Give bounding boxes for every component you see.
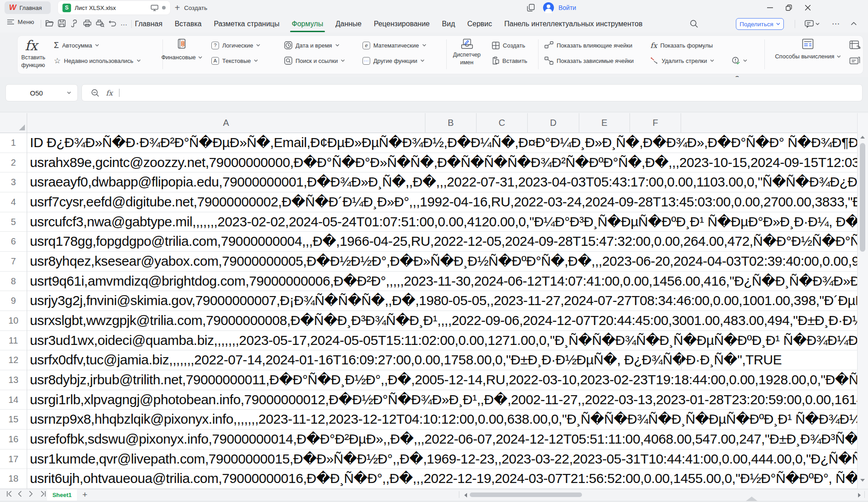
remove-arrows-button[interactable]: Удалить стрелки [650, 56, 714, 66]
tab-recenzirovanie[interactable]: Рецензирование [374, 15, 430, 33]
cell-row-16[interactable]: usrefofbk,sdswu@pixonyx.info,79000000014… [27, 430, 857, 449]
more-icon[interactable]: ⋯ [832, 19, 839, 29]
minimize-button[interactable] [762, 1, 777, 14]
lookup-functions-button[interactable]: Поиск и ссылки [284, 56, 345, 66]
logical-functions-button[interactable]: ? Логические [211, 40, 260, 50]
cell-row-8[interactable]: usrt9q61i,amvmdizq@brightdog.com,7900000… [27, 272, 857, 292]
column-header-d[interactable]: D [528, 113, 579, 133]
scroll-right-arrow-icon[interactable] [858, 493, 861, 497]
cell-row-17[interactable]: usr1kumde,qvr@livepath.com,79000000015,Ð… [27, 449, 857, 469]
cell-row-9[interactable]: usrjy3g2j,fnvini@skimia.gov,79000000007,… [27, 291, 857, 311]
text-functions-button[interactable]: A Текстовые [211, 56, 258, 66]
tab-vid[interactable]: Вид [442, 15, 455, 33]
row-header-14[interactable]: 14 [0, 390, 27, 410]
other-functions-button[interactable]: ⋯ Другие функции [362, 56, 424, 66]
column-header-a[interactable]: A [27, 113, 425, 133]
calculation-options-button[interactable]: Способы вычисления [770, 38, 846, 60]
document-tab[interactable]: S Лист XLSX.xlsx [58, 1, 170, 14]
cell-row-7[interactable]: usr8yhqez,ksesear@yabox.com,79000000005,… [27, 252, 857, 272]
trace-precedents-button[interactable]: Показать влияющие ячейки [544, 40, 632, 50]
name-manager-button[interactable]: Диспетчер имен [445, 38, 488, 67]
row-header-16[interactable]: 16 [0, 430, 27, 449]
tab-ai-panel[interactable]: Панель интеллектуальных инструментов [504, 15, 642, 33]
new-document-button[interactable]: + Создать [175, 2, 207, 14]
row-header-13[interactable]: 13 [0, 370, 27, 390]
cell-row-5[interactable]: usrcufcf3,nwa@gabtype.mil,,,,,,,2023-02-… [27, 212, 857, 232]
formula-panel-icon[interactable] [849, 57, 860, 66]
column-header-b[interactable]: B [425, 113, 477, 133]
column-header-c[interactable]: C [477, 113, 528, 133]
scroll-down-arrow-icon[interactable] [860, 479, 865, 482]
autosum-button[interactable]: Σ Автосумма [54, 40, 99, 50]
copy-pages-icon[interactable] [527, 4, 535, 12]
add-sheet-button[interactable]: + [82, 490, 87, 500]
row-header-7[interactable]: 7 [0, 252, 27, 272]
vertical-scroll-thumb[interactable] [860, 143, 865, 252]
select-all-corner[interactable] [0, 113, 27, 133]
row-header-6[interactable]: 6 [0, 232, 27, 252]
horizontal-scroll-thumb[interactable] [470, 492, 582, 497]
row-header-1[interactable]: 1 [0, 133, 27, 153]
export-pdf-icon[interactable] [71, 19, 81, 29]
show-formulas-button[interactable]: fx Показать формулы [650, 40, 713, 50]
tab-dannye[interactable]: Данные [335, 15, 362, 33]
formula-input[interactable]: fx [81, 84, 863, 101]
last-sheet-icon[interactable] [39, 491, 47, 499]
collapse-ribbon-icon[interactable] [851, 22, 857, 25]
print-preview-icon[interactable] [96, 19, 106, 29]
financial-functions-button[interactable]: Финансовые [153, 38, 210, 61]
row-header-17[interactable]: 17 [0, 449, 27, 469]
next-sheet-icon[interactable] [28, 491, 36, 499]
column-header-e[interactable]: E [579, 113, 630, 133]
prev-sheet-icon[interactable] [17, 491, 25, 499]
tab-vstavka[interactable]: Вставка [175, 15, 201, 33]
panel-expander-notch[interactable] [746, 497, 758, 501]
row-header-2[interactable]: 2 [0, 153, 27, 173]
row-header-8[interactable]: 8 [0, 272, 27, 292]
row-header-15[interactable]: 15 [0, 410, 27, 430]
cell-row-1[interactable]: ID Ð¿Ð¾Ð»Ñ�Ð·Ð¾Ð²Ð°Ñ�ÐµÐ»Ñ�,Email,Ð¢ÐµÐ»… [27, 133, 857, 153]
cell-row-6[interactable]: usrq178gg,fopgdgpo@trilia.com,7900000000… [27, 232, 857, 252]
restore-button[interactable] [781, 1, 796, 14]
row-header-9[interactable]: 9 [0, 291, 27, 311]
zoom-out-icon[interactable] [91, 89, 100, 97]
create-name-button[interactable]: Создать [492, 40, 525, 50]
cell-row-11[interactable]: usr3ud1wx,oideci@quamba.biz,,,,,,,2023-0… [27, 331, 857, 351]
save-icon[interactable] [58, 19, 68, 29]
row-header-18[interactable]: 18 [0, 469, 27, 489]
tab-formuly[interactable]: Формулы [292, 15, 324, 33]
datetime-functions-button[interactable]: Дата и время [284, 40, 339, 50]
cell-row-10[interactable]: usrxslgbt,wwzgpjk@trilia.com,79000000008… [27, 311, 857, 331]
math-functions-button[interactable]: e Математические [362, 40, 426, 50]
comment-icon[interactable] [805, 20, 814, 28]
scroll-up-arrow-icon[interactable] [860, 136, 865, 139]
row-header-11[interactable]: 11 [0, 331, 27, 351]
cell-row-3[interactable]: usraeayf0,dwbapp@flipopia.edu,7900000000… [27, 172, 857, 192]
tab-razmetka[interactable]: Разметка страницы [214, 15, 279, 33]
name-box[interactable]: O50 [5, 84, 78, 101]
recently-used-button[interactable]: ☆ Недавно использовались [54, 56, 141, 66]
row-header-4[interactable]: 4 [0, 192, 27, 212]
fx-formula-icon[interactable]: fx [106, 89, 113, 97]
share-button[interactable]: Поделиться [736, 18, 784, 30]
watch-window-icon[interactable] [849, 40, 860, 50]
undo-icon[interactable] [109, 19, 119, 29]
open-folder-icon[interactable] [45, 19, 55, 29]
monitor-icon[interactable] [151, 5, 158, 11]
cell-row-12[interactable]: usrfx0dfv,tuc@jamia.biz,,,,,,,2022-07-14… [27, 350, 857, 370]
cell-row-14[interactable]: usrgi1rlb,xlpvagngj@photobean.info,79000… [27, 390, 857, 410]
cell-row-15[interactable]: usrnzp9x8,hhqbzlqik@pixonyx.info,,,,,,,2… [27, 410, 857, 430]
sign-in-link[interactable]: Войти [558, 4, 576, 11]
print-icon[interactable] [83, 19, 93, 29]
row-header-5[interactable]: 5 [0, 212, 27, 232]
cell-row-18[interactable]: usrit6ujh,ohtvaueoua@trilia.com,79000000… [27, 469, 857, 489]
row-header-12[interactable]: 12 [0, 350, 27, 370]
trace-dependents-button[interactable]: Показать зависимые ячейки [544, 56, 634, 66]
main-menu-button[interactable]: Меню [7, 19, 34, 25]
avatar[interactable] [543, 2, 554, 13]
home-tab[interactable]: W Главная [5, 1, 51, 14]
search-icon[interactable] [690, 19, 698, 28]
row-header-10[interactable]: 10 [0, 311, 27, 331]
close-button[interactable] [800, 1, 816, 14]
error-checking-button[interactable] [732, 56, 747, 66]
